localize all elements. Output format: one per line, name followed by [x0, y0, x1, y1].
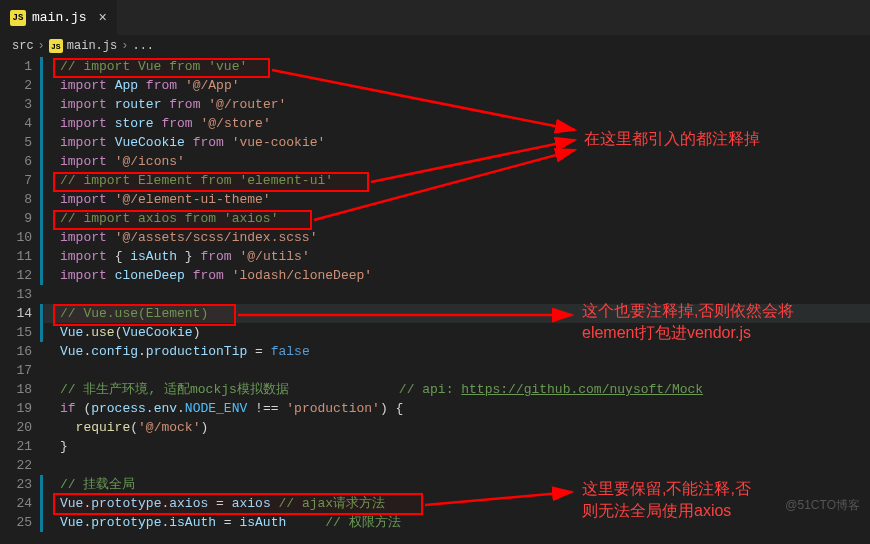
code-line	[44, 361, 870, 380]
close-icon[interactable]: ×	[99, 10, 107, 26]
code-line: import { isAuth } from '@/utils'	[44, 247, 870, 266]
breadcrumb-folder[interactable]: src	[12, 39, 34, 53]
js-file-icon: JS	[49, 39, 63, 53]
annotation-text: 这个也要注释掉,否则依然会将 element打包进vendor.js	[582, 300, 794, 345]
code-line: }	[44, 437, 870, 456]
code-line: import router from '@/router'	[44, 95, 870, 114]
annotation-text: 在这里都引入的都注释掉	[584, 128, 760, 150]
tab-main-js[interactable]: JS main.js ×	[0, 0, 118, 35]
code-line: import '@/assets/scss/index.scss'	[44, 228, 870, 247]
code-line: if (process.env.NODE_ENV !== 'production…	[44, 399, 870, 418]
js-file-icon: JS	[10, 10, 26, 26]
code-line: Vue.config.productionTip = false	[44, 342, 870, 361]
line-number-gutter: 1234567891011121314151617181920212223242…	[0, 57, 44, 532]
code-line: import '@/icons'	[44, 152, 870, 171]
breadcrumb-file[interactable]: main.js	[67, 39, 117, 53]
code-line: import App from '@/App'	[44, 76, 870, 95]
code-line: import cloneDeep from 'lodash/cloneDeep'	[44, 266, 870, 285]
code-line	[44, 456, 870, 475]
annotation-text: 这里要保留,不能注释,否 则无法全局使用axios	[582, 478, 751, 523]
link-mock-repo[interactable]: https://github.com/nuysoft/Mock	[461, 382, 703, 397]
watermark: @51CTO博客	[785, 497, 860, 514]
tab-label: main.js	[32, 10, 87, 25]
chevron-right-icon: ›	[121, 39, 128, 53]
code-line: // import axios from 'axios'	[44, 209, 870, 228]
breadcrumb[interactable]: src › JS main.js › ...	[0, 35, 870, 57]
code-line: import '@/element-ui-theme'	[44, 190, 870, 209]
code-line: // import Vue from 'vue'	[44, 57, 870, 76]
tab-bar: JS main.js ×	[0, 0, 870, 35]
chevron-right-icon: ›	[38, 39, 45, 53]
breadcrumb-more[interactable]: ...	[132, 39, 154, 53]
code-line: // 非生产环境, 适配mockjs模拟数据// api: https://gi…	[44, 380, 870, 399]
code-line: require('@/mock')	[44, 418, 870, 437]
code-line: // import Element from 'element-ui'	[44, 171, 870, 190]
